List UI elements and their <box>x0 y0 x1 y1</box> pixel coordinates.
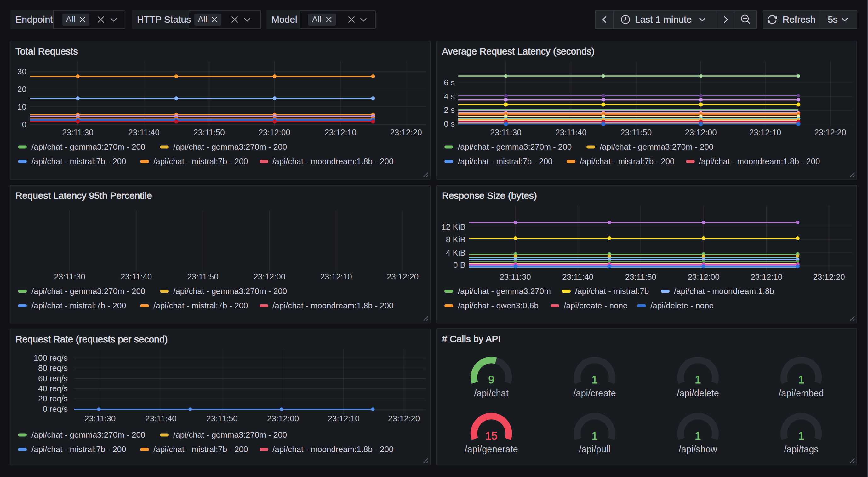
svg-text:8 KiB: 8 KiB <box>446 235 465 244</box>
svg-text:/api/embed: /api/embed <box>779 388 824 398</box>
svg-text:0 req/s: 0 req/s <box>43 404 68 414</box>
svg-text:/api/chat - gemma3:270m - 200: /api/chat - gemma3:270m - 200 <box>31 430 145 440</box>
svg-text:23:11:30: 23:11:30 <box>62 128 93 137</box>
svg-text:0 s: 0 s <box>444 119 455 128</box>
svg-text:1: 1 <box>798 374 804 386</box>
svg-text:2 s: 2 s <box>444 105 455 115</box>
svg-text:23:12:10: 23:12:10 <box>749 128 781 137</box>
svg-text:23:11:50: 23:11:50 <box>206 414 238 423</box>
svg-text:1: 1 <box>695 374 701 386</box>
svg-text:4 KiB: 4 KiB <box>446 248 465 258</box>
svg-text:23:12:00: 23:12:00 <box>258 128 290 137</box>
svg-text:23:12:00: 23:12:00 <box>267 414 299 423</box>
svg-text:23:12:20: 23:12:20 <box>388 414 420 423</box>
svg-text:23:12:10: 23:12:10 <box>320 272 352 281</box>
svg-text:23:11:30: 23:11:30 <box>499 272 531 282</box>
svg-text:40 req/s: 40 req/s <box>38 384 68 393</box>
svg-text:/api/chat - gemma3:270m - 200: /api/chat - gemma3:270m - 200 <box>173 142 287 152</box>
svg-text:/api/chat - gemma3:270m - 200: /api/chat - gemma3:270m - 200 <box>31 142 145 152</box>
svg-text:20: 20 <box>17 84 27 94</box>
svg-text:/api/chat - gemma3:270m - 200: /api/chat - gemma3:270m - 200 <box>600 142 713 152</box>
svg-text:Request Rate (requests per sec: Request Rate (requests per second) <box>16 334 168 345</box>
svg-text:60 req/s: 60 req/s <box>38 374 68 383</box>
svg-text:/api/show: /api/show <box>679 444 718 454</box>
svg-text:23:12:00: 23:12:00 <box>685 128 716 137</box>
svg-text:80 req/s: 80 req/s <box>38 363 68 373</box>
svg-text:0 B: 0 B <box>453 260 465 270</box>
svg-text:/api/pull: /api/pull <box>579 444 610 454</box>
svg-text:100 req/s: 100 req/s <box>34 353 68 363</box>
svg-text:/api/chat - moondream:1.8b - 2: /api/chat - moondream:1.8b - 200 <box>273 157 393 166</box>
svg-text:1: 1 <box>591 429 597 442</box>
svg-text:/api/chat - mistral:7b - 200: /api/chat - mistral:7b - 200 <box>580 157 675 166</box>
svg-text:/api/delete - none: /api/delete - none <box>650 301 714 310</box>
svg-text:/api/chat - moondream:1.8b: /api/chat - moondream:1.8b <box>674 287 774 296</box>
svg-text:/api/chat - mistral:7b - 200: /api/chat - mistral:7b - 200 <box>31 157 126 166</box>
svg-text:/api/chat - mistral:7b - 200: /api/chat - mistral:7b - 200 <box>153 445 248 454</box>
svg-text:9: 9 <box>488 374 494 386</box>
svg-text:23:11:50: 23:11:50 <box>193 128 224 137</box>
svg-text:23:12:10: 23:12:10 <box>328 414 359 423</box>
svg-text:/api/delete: /api/delete <box>677 388 719 398</box>
svg-text:1: 1 <box>695 429 701 442</box>
svg-text:# Calls by API: # Calls by API <box>442 334 501 344</box>
svg-text:1: 1 <box>591 374 597 386</box>
svg-text:23:11:50: 23:11:50 <box>625 272 656 282</box>
svg-text:Response Size (bytes): Response Size (bytes) <box>442 190 537 201</box>
svg-text:/api/chat - qwen3:0.6b: /api/chat - qwen3:0.6b <box>458 301 538 310</box>
svg-text:/api/chat - mistral:7b: /api/chat - mistral:7b <box>575 287 649 296</box>
svg-text:/api/chat - mistral:7b - 200: /api/chat - mistral:7b - 200 <box>458 157 553 166</box>
svg-text:23:11:30: 23:11:30 <box>54 272 85 281</box>
svg-text:0: 0 <box>22 120 27 129</box>
svg-text:4 s: 4 s <box>444 92 455 101</box>
svg-text:23:11:30: 23:11:30 <box>84 414 116 423</box>
svg-text:/api/chat - gemma3:270m - 200: /api/chat - gemma3:270m - 200 <box>173 430 287 440</box>
svg-text:/api/chat: /api/chat <box>474 388 509 398</box>
svg-text:23:11:40: 23:11:40 <box>121 272 152 281</box>
svg-text:/api/chat - gemma3:270m - 200: /api/chat - gemma3:270m - 200 <box>31 287 145 296</box>
svg-text:23:12:10: 23:12:10 <box>324 128 356 137</box>
svg-text:12 KiB: 12 KiB <box>441 222 465 232</box>
svg-text:23:12:20: 23:12:20 <box>390 128 422 137</box>
svg-text:10: 10 <box>17 102 27 112</box>
svg-text:23:11:40: 23:11:40 <box>562 272 593 282</box>
svg-text:15: 15 <box>485 429 498 442</box>
svg-text:23:11:40: 23:11:40 <box>128 128 159 137</box>
svg-text:/api/chat - gemma3:270m - 200: /api/chat - gemma3:270m - 200 <box>458 142 571 152</box>
svg-text:/api/chat - mistral:7b - 200: /api/chat - mistral:7b - 200 <box>153 157 248 166</box>
svg-text:/api/chat - mistral:7b - 200: /api/chat - mistral:7b - 200 <box>153 301 248 310</box>
svg-text:/api/chat - moondream:1.8b - 2: /api/chat - moondream:1.8b - 200 <box>273 301 393 310</box>
svg-text:/api/chat - gemma3:270m - 200: /api/chat - gemma3:270m - 200 <box>173 287 287 296</box>
svg-text:23:12:00: 23:12:00 <box>253 272 285 281</box>
svg-text:23:11:40: 23:11:40 <box>145 414 176 423</box>
svg-text:23:12:20: 23:12:20 <box>814 128 846 137</box>
svg-text:Average Request Latency (secon: Average Request Latency (seconds) <box>442 46 595 56</box>
svg-text:/api/generate: /api/generate <box>465 444 518 454</box>
svg-text:/api/tags: /api/tags <box>784 444 818 454</box>
svg-text:23:11:50: 23:11:50 <box>620 128 652 137</box>
svg-text:/api/chat - mistral:7b - 200: /api/chat - mistral:7b - 200 <box>31 445 126 454</box>
svg-text:23:12:20: 23:12:20 <box>387 272 418 281</box>
svg-text:/api/create: /api/create <box>573 388 616 398</box>
svg-text:20 req/s: 20 req/s <box>38 394 68 403</box>
svg-text:6 s: 6 s <box>444 78 455 87</box>
svg-text:23:11:40: 23:11:40 <box>555 128 586 137</box>
svg-text:23:12:20: 23:12:20 <box>813 272 845 282</box>
svg-text:1: 1 <box>798 429 804 442</box>
svg-text:Request Latency 95th Percentil: Request Latency 95th Percentile <box>16 190 152 201</box>
svg-text:23:11:30: 23:11:30 <box>490 128 521 137</box>
svg-text:23:12:00: 23:12:00 <box>687 272 719 282</box>
svg-text:/api/create - none: /api/create - none <box>564 301 627 310</box>
svg-text:Total Requests: Total Requests <box>16 46 78 56</box>
svg-text:23:11:50: 23:11:50 <box>187 272 218 281</box>
svg-text:/api/chat - moondream:1.8b - 2: /api/chat - moondream:1.8b - 200 <box>273 445 393 454</box>
svg-text:23:12:10: 23:12:10 <box>750 272 782 282</box>
svg-text:30: 30 <box>17 67 27 76</box>
svg-text:/api/chat - mistral:7b - 200: /api/chat - mistral:7b - 200 <box>31 301 126 310</box>
svg-text:/api/chat - gemma3:270m: /api/chat - gemma3:270m <box>458 287 551 296</box>
svg-text:/api/chat - moondream:1.8b - 2: /api/chat - moondream:1.8b - 200 <box>699 157 820 166</box>
